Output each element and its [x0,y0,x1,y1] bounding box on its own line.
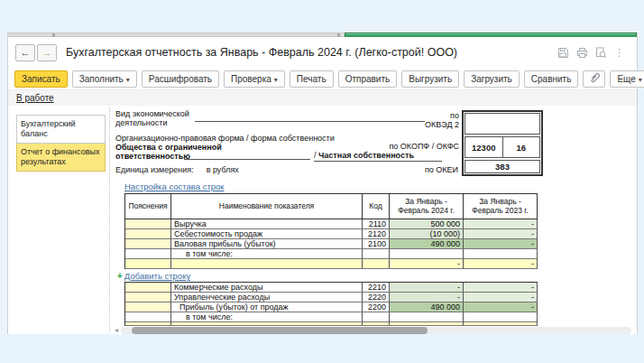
row-settings-link[interactable]: Настройка состава строк [124,182,225,191]
content-area: Бухгалтерский баланс Отчет о финансовых … [8,106,637,334]
paperclip-icon [589,71,600,86]
save-icon[interactable] [557,47,569,59]
code-cell: 2220 [363,293,390,302]
header-period-2023: За Январь - Февраль 2023 г. [464,194,538,219]
okopf-okfs-label: по ОКОПФ / ОКФС [344,142,459,151]
indicator-name-cell: Управленческие расходы [171,293,363,302]
horizontal-scrollbar[interactable] [121,327,631,334]
header-indicator-name: Наименование показателя [171,194,363,219]
add-row-link[interactable]: Добавить строку [124,271,190,281]
legal-form-value[interactable]: Общества с ограниченной ответственностью [115,143,231,161]
explanation-cell[interactable] [125,239,171,249]
table-row-including: в том числе: [125,312,538,322]
table-row-gross-profit: Валовая прибыль (убыток) 2100 490 000 - [125,239,538,249]
value-2024-cell[interactable]: 490 000 [390,302,464,312]
value-2024-cell[interactable]: 500 000 [390,219,464,229]
value-2024-cell[interactable]: - [390,259,464,269]
save-button[interactable]: Записать [14,70,68,88]
titlebar-icons: ⋮ [557,47,630,59]
compare-button[interactable]: Сравнить [524,70,579,88]
status-bar: В работе [8,89,637,106]
more-vertical-icon[interactable]: ⋮ [614,47,624,58]
fill-button[interactable]: Заполнить [72,70,137,88]
okei-label: по ОКЕИ [384,165,458,174]
unit-label: Единица измерения: [115,165,194,174]
code-cell[interactable] [363,259,390,269]
chevron-down-icon [639,74,642,84]
indicator-name-cell: Прибыль (убыток) от продаж [171,302,363,312]
table-row-including: в том числе: [125,249,538,259]
more-button[interactable]: Еще [610,70,644,88]
okopf-code-field[interactable]: 12300 [465,137,503,157]
ownership-field[interactable]: / Частная собственность [314,151,442,162]
activity-input[interactable] [195,121,425,122]
explanation-cell[interactable] [125,229,171,239]
value-2024-cell[interactable]: - [390,283,464,293]
table-header-row: Пояснения Наименование показателя Код За… [125,194,538,219]
vertical-splitter[interactable] [109,107,110,332]
value-2024-cell[interactable]: 490 000 [390,239,464,249]
print-icon[interactable] [576,47,588,59]
indicator-name-cell: Себестоимость продаж [171,229,363,239]
code-cell: 2100 [363,239,390,249]
scroll-left-arrow-icon[interactable]: ◂ [115,327,118,334]
forward-button[interactable]: → [37,44,57,61]
indicator-name-cell: Валовая прибыль (убыток) [171,239,363,249]
indicator-name-cell[interactable] [171,259,363,269]
status-link[interactable]: В работе [16,93,54,103]
value-2023-cell[interactable]: - [464,229,538,239]
chevron-down-icon [274,74,278,84]
indicator-name-cell[interactable] [171,322,363,326]
value-2023-cell[interactable]: - [464,259,538,269]
value-2024-cell[interactable] [390,322,464,326]
export-button[interactable]: Выгрузить [401,70,459,88]
explanation-cell [125,312,171,322]
load-button[interactable]: Загрузить [464,70,520,88]
okved-label: по ОКВЭД 2 [423,111,459,129]
tab-financial-results[interactable]: Отчет о финансовых результатах [16,144,106,172]
explanation-cell[interactable] [125,259,171,269]
slash-separator: / [314,151,317,160]
add-row-control[interactable]: +Добавить строку [117,271,190,281]
value-2023-cell[interactable]: - [464,219,538,229]
table-row-commercial: Коммерческие расходы 2210 - - [125,283,538,293]
explanation-cell [125,249,171,259]
preview-icon[interactable] [595,47,607,59]
decrypt-button[interactable]: Расшифровать [142,70,219,88]
financial-results-form: Вид экономической деятельности по ОКВЭД … [114,106,636,334]
value-2024-cell[interactable]: - [390,293,464,302]
explanation-cell[interactable] [125,322,171,326]
explanation-cell[interactable] [125,283,171,293]
indicator-name-cell: Коммерческие расходы [171,283,363,293]
legal-form-underline [184,159,310,160]
explanation-cell[interactable] [125,219,171,229]
okfs-code-field[interactable]: 16 [503,137,540,157]
value-2023-cell[interactable]: - [464,302,538,312]
report-window: ← → Бухгалтерская отчетность за Январь -… [7,37,638,334]
attach-button[interactable] [583,70,605,88]
value-2023-cell[interactable] [464,322,538,326]
plus-icon: + [117,271,123,281]
unit-row: Единица измерения: в рублях [115,165,239,174]
okei-code-field[interactable]: 383 [465,160,540,173]
unit-value: в рублях [207,165,239,174]
table-row-clipped [125,322,538,326]
send-button[interactable]: Отправить [338,70,398,88]
horizontal-scrollbar-thumb[interactable] [132,327,428,334]
code-cell[interactable] [363,322,390,326]
explanation-cell[interactable] [125,293,171,302]
tab-balance-sheet[interactable]: Бухгалтерский баланс [16,115,106,144]
check-button[interactable]: Проверка [224,70,285,88]
header-explanations: Пояснения [125,194,171,219]
print-button[interactable]: Печать [290,70,334,88]
indicators-table-1: Пояснения Наименование показателя Код За… [124,193,538,269]
value-2024-cell[interactable]: (10 000) [390,229,464,239]
value-2023-cell[interactable]: - [464,293,538,302]
value-2024-cell [390,249,464,259]
value-2023-cell[interactable]: - [464,283,538,293]
value-2023-cell[interactable]: - [464,239,538,249]
okved-code-field[interactable] [465,113,540,135]
code-cell: 2200 [363,302,390,312]
back-button[interactable]: ← [15,44,35,61]
explanation-cell[interactable] [125,302,171,312]
